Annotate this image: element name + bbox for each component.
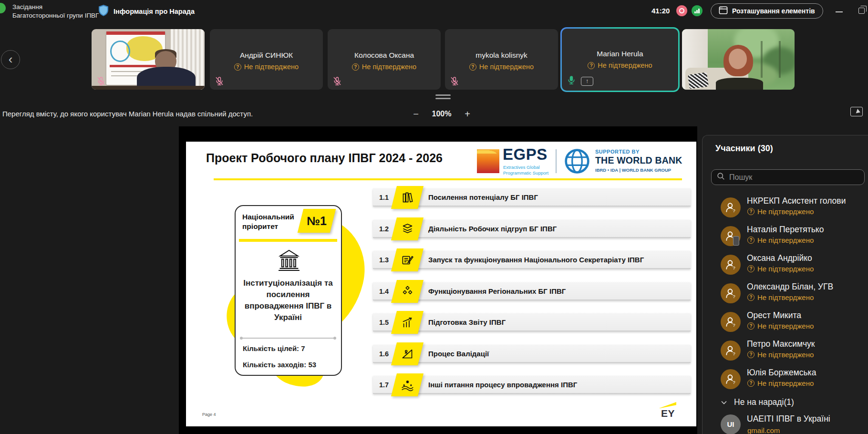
participant-row[interactable]: ? Наталія Перетятько ? Не підтверджено <box>703 226 868 247</box>
person-avatar-icon: ? <box>721 369 741 389</box>
search-input[interactable] <box>729 173 859 182</box>
offline-participant-row[interactable]: UI UAEITI ІПВГ в Україні gmail.com <box>703 414 868 434</box>
recording-indicator-icon[interactable] <box>676 5 687 16</box>
zoom-out-button[interactable]: − <box>410 109 422 120</box>
workplan-item-row: 1.1 Посилення потенціалу БГ ІПВГ <box>373 188 691 207</box>
climb-icon <box>397 347 418 361</box>
layout-button-label: Розташування елементів <box>732 7 815 15</box>
shared-screen-region: Проект Робочого плану ІПВГ 2024 - 2026 E… <box>179 126 697 434</box>
workplan-item-row: 1.7 Інші питання процесу впровадження ІП… <box>373 376 691 394</box>
question-circle-icon: ? <box>352 63 359 71</box>
question-circle-icon: ? <box>747 351 754 358</box>
bank-building-icon <box>276 248 302 273</box>
priority-card-heading: Національний пріоритет <box>242 212 294 231</box>
title-underline <box>214 178 682 180</box>
restore-window-button[interactable] <box>858 8 865 14</box>
question-circle-icon: ? <box>747 380 754 387</box>
verification-status: ? Не підтверджено <box>747 265 814 273</box>
cubes-icon <box>397 285 418 298</box>
active-speaker-tile[interactable]: Marian Herula ? Не підтверджено <box>560 27 680 92</box>
layout-grid-icon <box>719 6 728 16</box>
mic-muted-icon <box>450 76 459 86</box>
item-label: Функціонування Регіональних БГ ІПВГ <box>428 282 566 300</box>
card-underline <box>239 239 337 242</box>
participant-name: Оксана Андрійко <box>747 253 812 263</box>
verification-status: ? Не підтверджено <box>747 207 814 216</box>
offline-section-header[interactable]: Не на нараді(1) <box>703 397 868 409</box>
zoom-level: 100% <box>426 110 457 118</box>
verification-status: ? Не підтверджено <box>562 62 678 69</box>
participant-search[interactable] <box>711 169 865 185</box>
card-divider <box>240 338 336 339</box>
item-label: Інші питання процесу впровадження ІПВГ <box>428 376 577 394</box>
participant-row[interactable]: ? Оксана Андрійко ? Не підтверджено <box>703 254 868 275</box>
connection-quality-icon[interactable] <box>692 5 703 16</box>
workplan-item-row: 1.4 Функціонування Регіональних БГ ІПВГ <box>373 282 691 300</box>
scroll-left-button[interactable]: ‹ <box>1 50 20 69</box>
app-avatar <box>0 3 6 13</box>
meeting-timer: 41:20 <box>651 7 670 15</box>
chevron-down-icon <box>721 399 727 406</box>
item-number: 1.5 <box>379 313 389 331</box>
participant-row[interactable]: ? Олександр Білан, УГВ ? Не підтверджено <box>703 283 868 304</box>
question-circle-icon: ? <box>588 62 595 69</box>
item-label: Посилення потенціалу БГ ІПВГ <box>428 188 538 207</box>
participant-row[interactable]: ? НКРЕКП Асистент голови ? Не підтвердже… <box>703 197 868 218</box>
participant-name: UAEITI ІПВГ в Україні <box>747 414 830 424</box>
question-circle-icon: ? <box>747 322 754 330</box>
participant-tile[interactable]: Андрій СИНЮК ? Не підтверджено <box>210 29 323 90</box>
video-tile-camera-1[interactable] <box>92 29 205 90</box>
minimize-button[interactable] <box>836 11 843 12</box>
participant-name: Орест Микита <box>747 310 801 320</box>
verification-status: ? Не підтверджено <box>747 322 814 330</box>
participant-name: Олександр Білан, УГВ <box>747 282 833 292</box>
svg-text:?: ? <box>733 351 735 356</box>
question-circle-icon: ? <box>234 63 241 71</box>
verification-status: ? Не підтверджено <box>747 236 814 244</box>
question-circle-icon: ? <box>747 208 754 215</box>
participant-name: НКРЕКП Асистент голови <box>747 196 846 206</box>
participants-panel: Учасники (30) ? НКРЕКП Асистент голови ?… <box>702 135 868 434</box>
workplan-items-list: 1.1 Посилення потенціалу БГ ІПВГ 1.2 Дія… <box>373 188 691 394</box>
participant-name: Петро Максимчук <box>747 339 815 349</box>
question-circle-icon: ? <box>747 294 754 301</box>
item-number: 1.3 <box>379 251 389 269</box>
egps-logo-text: EGPS <box>503 145 548 164</box>
participant-name: Marian Herula <box>562 50 678 58</box>
person-avatar-icon: ? <box>721 341 741 361</box>
zoom-in-button[interactable]: + <box>462 109 473 120</box>
participant-name: Андрій СИНЮК <box>210 51 323 60</box>
strip-drag-handle[interactable] <box>435 94 451 101</box>
item-number: 1.4 <box>379 282 389 300</box>
participant-tile[interactable]: Колосова Оксана ? Не підтверджено <box>328 29 441 90</box>
verification-status: ? Не підтверджено <box>747 379 814 387</box>
svg-text:?: ? <box>733 265 735 270</box>
activities-count: Кількість заходів: 53 <box>243 361 316 369</box>
present-display-icon[interactable] <box>850 107 863 116</box>
participants-list: ? НКРЕКП Асистент голови ? Не підтвердже… <box>703 197 868 390</box>
layout-options-button[interactable]: Розташування елементів <box>711 3 823 19</box>
participant-row[interactable]: ? Орест Микита ? Не підтверджено <box>703 311 868 332</box>
svg-text:?: ? <box>733 294 735 299</box>
priority-description: Інституціоналізація та посилення впровад… <box>240 278 336 324</box>
world-bank-subtext: IBRD • IDA | WORLD BANK GROUP <box>595 167 671 173</box>
participant-row[interactable]: ? Юлія Боржемська ? Не підтверджено <box>703 369 868 390</box>
svg-text:?: ? <box>733 380 735 385</box>
verification-status: ? Не підтверджено <box>445 63 558 71</box>
svg-text:?: ? <box>733 208 735 213</box>
mic-muted-icon <box>332 76 342 86</box>
participant-name: Колосова Оксана <box>328 51 441 60</box>
video-strip: ‹ Андрій СИНЮК ? Не підтверджено <box>0 25 868 94</box>
meeting-info-button[interactable]: Інформація про Нарада <box>98 4 195 19</box>
phone-device-icon <box>733 236 739 246</box>
logo-divider <box>556 149 557 173</box>
participant-tile[interactable]: mykola kolisnyk ? Не підтверджено <box>445 29 558 90</box>
svg-text:?: ? <box>733 322 735 328</box>
meeting-info-label: Інформація про Нарада <box>114 8 195 15</box>
participant-name: Юлія Боржемська <box>747 368 816 378</box>
participant-row[interactable]: ? Петро Максимчук ? Не підтверджено <box>703 340 868 361</box>
item-label: Запуск та функціонування Національного С… <box>428 251 644 269</box>
workplan-item-row: 1.6 Процес Валідації <box>373 345 691 363</box>
video-tile-camera-2[interactable] <box>682 29 795 90</box>
draft-icon <box>397 253 418 267</box>
